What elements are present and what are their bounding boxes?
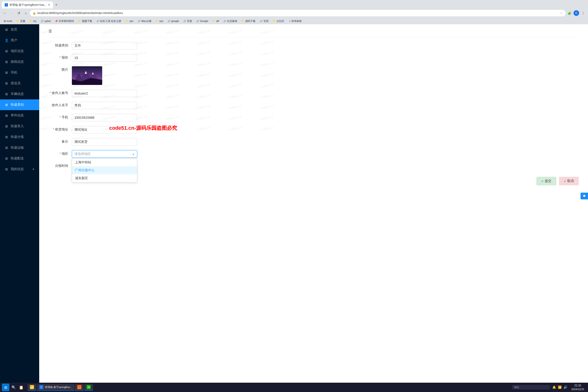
bookmark-txy[interactable]: 📁 txy (28, 19, 38, 23)
profile-button[interactable]: G (574, 10, 579, 16)
price-input[interactable] (72, 54, 137, 62)
sidebar-item-express-deliver-label: 快递配送 (11, 156, 24, 160)
sidebar-item-express-type-label: 快递类别 (11, 103, 24, 107)
sidebar-item-delivery[interactable]: ⊞ 派送员 (0, 78, 39, 89)
address-bar[interactable]: 🔒 localhost:8080/springboot6c5n0906/admi… (30, 10, 566, 16)
taskbar-firefox[interactable]: 🦊 (75, 384, 84, 390)
bookmark-google[interactable]: 🔗 google (166, 19, 181, 23)
phone-input[interactable] (72, 114, 137, 121)
bookmark-social[interactable]: 🔗 社交媒体 (222, 19, 239, 23)
bookmark-video[interactable]: 📁 视频下载 (76, 19, 94, 23)
tab-close-button[interactable]: ✕ (48, 3, 50, 6)
bookmark-apps[interactable]: ⊞ tools (2, 19, 14, 23)
bookmark-password[interactable]: 📌 共享密码密码 (53, 19, 76, 23)
dropdown-option-shanghai[interactable]: 上海中转站 (72, 158, 137, 166)
sidebar-item-my-info-label: 我的信息 (11, 167, 24, 171)
bookmark-aff[interactable]: 📁 aff (210, 19, 221, 23)
extensions-button[interactable]: 🧩 (566, 10, 572, 16)
note-input[interactable] (72, 138, 137, 146)
refresh-button[interactable]: ↺ (16, 10, 22, 16)
phone-row: 手机 (48, 114, 579, 121)
firefox-icon: 🦊 (77, 385, 82, 389)
taskbar-address-input[interactable] (520, 386, 548, 389)
sidebar-item-express-type[interactable]: ⊞ 快递类别 (0, 100, 39, 110)
taskbar-browser-app[interactable]: C 管理端-基于springBoo... (37, 384, 74, 390)
sidebar-item-vehicle[interactable]: ⊞ 车辆信息 (0, 89, 39, 100)
bookmark-source[interactable]: 📁 源码下载 (240, 19, 257, 23)
tray-icon-1[interactable]: 🔔 (552, 385, 556, 390)
back-button[interactable]: ← (2, 10, 8, 16)
address-input[interactable] (72, 126, 137, 134)
bookmark-vps[interactable]: 📁 vps (154, 19, 165, 23)
sidebar-item-home[interactable]: ⊞ 首页 (0, 24, 39, 35)
taskbar-widgets-icon[interactable]: 📋 (18, 384, 25, 391)
bookmark-google2[interactable]: 🔗 Google (194, 19, 210, 23)
sidebar-item-express-entry-label: 快递录入 (11, 124, 24, 128)
submit-button[interactable]: ○ 提交 (536, 177, 556, 185)
sidebar-item-express-sort[interactable]: ⊞ 快递分拣 (0, 132, 39, 142)
express-type-icon: ⊞ (5, 103, 8, 107)
start-button[interactable]: ⊞ (2, 384, 9, 391)
region-placeholder: 请选择地区 (74, 152, 132, 156)
dropdown-option-guangzhou[interactable]: 广州分拣中心 (72, 166, 137, 174)
bookmark-maxvpn[interactable]: 🔗 Max云梯 (136, 19, 153, 23)
recipient-name-input[interactable] (72, 102, 137, 109)
sidebar-item-driver[interactable]: ⊞ 司机 (0, 67, 39, 78)
bookmark-uplod[interactable]: 🔗 uplod (39, 19, 52, 23)
tab-title: 管理端-基于springBoot+Vue... (9, 3, 46, 7)
float-feedback-button[interactable]: 💬 (580, 193, 588, 200)
tray-volume-icon[interactable]: 🔊 (563, 385, 568, 390)
address-bar-row: ← → ↺ ⌂ 🔒 localhost:8080/springboot6c5n0… (0, 8, 588, 18)
feedback-icon: 💬 (583, 194, 586, 198)
forward-button[interactable]: → (9, 10, 15, 16)
tray-wifi-icon[interactable]: 📶 (558, 385, 562, 390)
sidebar-item-route[interactable]: ⊞ 路线信息 (0, 56, 39, 67)
region-select[interactable]: 请选择地区 ▲ (72, 150, 137, 158)
sidebar-item-my-info[interactable]: ⊞ 我的信息 ▼ (0, 164, 39, 174)
bookmark-tools[interactable]: 🔗 站长工具·站长之家 (94, 19, 123, 23)
vehicle-icon: ⊞ (5, 92, 8, 96)
taskbar-file-explorer[interactable]: 📁 (28, 384, 36, 390)
recipient-account-input[interactable] (72, 90, 137, 97)
sidebar-item-user[interactable]: 👤 用户 (0, 35, 39, 46)
kuaidi-type-input[interactable] (72, 42, 137, 50)
bookmark-pagoda[interactable]: 🔗 宝塔 (258, 19, 270, 23)
taskbar-wechat[interactable]: W (84, 384, 93, 390)
sidebar-item-region[interactable]: ⊞ 地区信息 (0, 46, 39, 56)
taskbar-clock[interactable]: 21:31 2024/12/15 (570, 384, 586, 391)
toggle-sidebar-button[interactable]: ☰ (48, 29, 52, 33)
recipient-name-label: 收件人名字 (48, 102, 72, 107)
my-info-icon: ⊞ (5, 167, 8, 171)
address-row: 收货地址 (48, 126, 579, 134)
sidebar-item-express-deliver[interactable]: ⊞ 快递配送 (0, 153, 39, 164)
form-header: ☰ (48, 29, 579, 37)
sidebar-item-express-entry[interactable]: ⊞ 快递录入 (0, 121, 39, 132)
bookmark-baidu[interactable]: 🔗 百度 (181, 19, 194, 23)
menu-button[interactable]: ⋮ (580, 10, 586, 16)
recipient-name-row: 收件人名字 (48, 102, 579, 109)
image-preview[interactable] (72, 66, 102, 85)
form-container: code51.cncode51.cncode51.cncode51.cncode… (39, 24, 588, 383)
cancel-icon: ○ (564, 179, 566, 183)
star-icon[interactable]: ☆ (560, 11, 563, 15)
bookmark-cloud[interactable]: 📁 云社区 (271, 19, 286, 23)
active-tab[interactable]: V 管理端-基于springBoot+Vue... ✕ (2, 2, 53, 8)
dropdown-option-pudong[interactable]: 浦东新区 (72, 174, 137, 182)
sidebar-item-express-transport[interactable]: ⊞ 快递运输 (0, 142, 39, 153)
bookmark-baozang[interactable]: 📁 宝藏 (14, 19, 27, 23)
bookmark-vpn[interactable]: 📁 vpn (124, 19, 135, 23)
price-control (72, 54, 137, 62)
home-button[interactable]: ⌂ (23, 10, 29, 16)
note-label: 备注 (48, 138, 72, 144)
express-deliver-icon: ⊞ (5, 156, 8, 160)
new-tab-button[interactable]: + (53, 2, 60, 8)
cancel-button[interactable]: ○ 取消 (559, 177, 579, 185)
sidebar-item-send-info[interactable]: ⊞ 寄件信息 (0, 110, 39, 121)
route-icon: ⊞ (5, 60, 8, 64)
express-entry-icon: ⊞ (5, 124, 8, 128)
bookmark-all[interactable]: » 所有标签 (288, 19, 304, 23)
taskbar-search-icon[interactable]: 🔍 (10, 384, 17, 391)
cancel-label: 取消 (567, 179, 574, 183)
driver-icon: ⊞ (5, 71, 8, 74)
price-row: 报价 (48, 54, 579, 62)
